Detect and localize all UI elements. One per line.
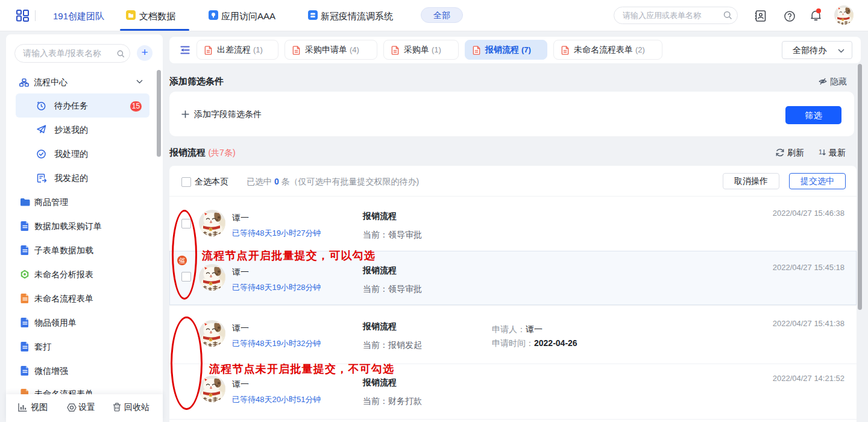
svg-text:1: 1: [819, 148, 822, 156]
